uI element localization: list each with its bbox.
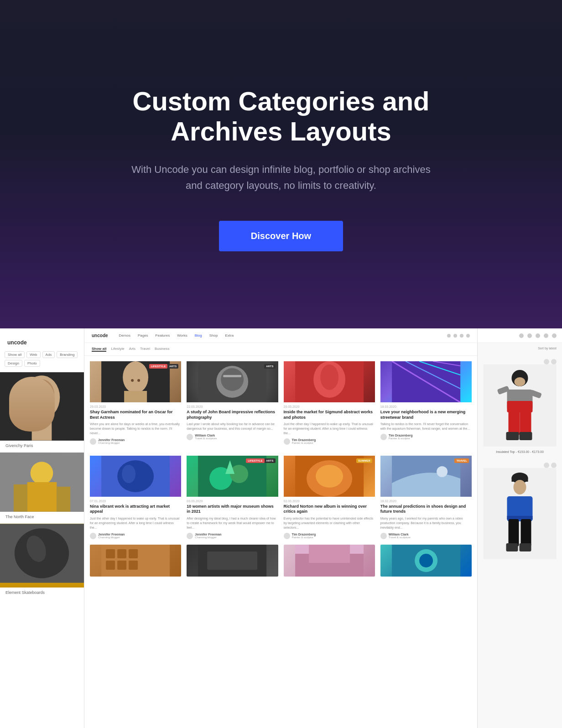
fashion-image-2 bbox=[0, 452, 84, 512]
hero-subtitle: With Uncode you can design infinite blog… bbox=[126, 161, 436, 193]
cat-lifestyle[interactable]: Lifestyle bbox=[111, 347, 124, 352]
wishlist-icon-2[interactable] bbox=[544, 463, 549, 468]
author-avatar-8 bbox=[380, 533, 387, 539]
card-8-title: The annual predictions in shoes design a… bbox=[380, 504, 472, 515]
shop-item-2 bbox=[478, 457, 562, 565]
blog-card-1: ARTS LIFESTYLE 29.03.2020 Shay Garnham n… bbox=[90, 361, 181, 445]
bottom-img-4 bbox=[380, 545, 472, 577]
blog-card-img-2: ARTS bbox=[187, 361, 278, 402]
nav-blog[interactable]: Blog bbox=[195, 333, 202, 338]
svg-point-23 bbox=[320, 364, 338, 390]
left-item-caption-3: Element Skateboards bbox=[0, 588, 84, 599]
cat-business[interactable]: Business bbox=[155, 347, 169, 352]
svg-point-38 bbox=[316, 465, 343, 488]
svg-point-15 bbox=[131, 379, 134, 382]
wishlist-icon-1[interactable] bbox=[544, 359, 549, 364]
blog-card-img-5 bbox=[90, 456, 181, 497]
card-2-excerpt: Last year I wrote about why booking too … bbox=[187, 422, 278, 431]
blog-card-5: 07.01.2020 Nina vibrant work is attracti… bbox=[90, 456, 181, 539]
sort-label[interactable]: Sort by latest bbox=[538, 347, 557, 350]
quickview-icon-1[interactable] bbox=[551, 359, 557, 364]
svg-rect-42 bbox=[106, 549, 115, 558]
card-8-date: 18.02.2020 bbox=[380, 499, 472, 503]
card-7-title: Richard Norton new album is winning over… bbox=[284, 504, 375, 515]
blog-card-4: 18.03.2020 Love your neighborhood is a n… bbox=[380, 361, 472, 445]
author-role-5: Charming blogger bbox=[98, 536, 125, 539]
social-icon-1 bbox=[447, 334, 451, 338]
svg-rect-75 bbox=[506, 543, 518, 551]
social-icon-2 bbox=[453, 334, 457, 338]
author-name-1: Jennifer Freeman bbox=[98, 438, 125, 442]
author-avatar-5 bbox=[90, 533, 96, 539]
filter-design[interactable]: Design bbox=[5, 360, 22, 367]
search-icon[interactable] bbox=[519, 333, 524, 338]
right-panel-shop: Sort by latest bbox=[478, 328, 562, 728]
quickview-icon-2[interactable] bbox=[551, 463, 557, 468]
shop-item-1-price: Insulated Top - €153.00 - €173.00 bbox=[483, 450, 557, 453]
blog-nav-icons bbox=[447, 334, 470, 338]
filter-web[interactable]: Web bbox=[26, 351, 40, 358]
nav-extra[interactable]: Extra bbox=[225, 333, 234, 338]
left-item-caption-1: Givenchy Paris bbox=[0, 441, 84, 452]
card-4-excerpt: Talking to randos is the norm. I'll neve… bbox=[380, 422, 472, 431]
author-avatar-3 bbox=[284, 438, 290, 445]
shop-item-actions-2 bbox=[483, 463, 557, 468]
nav-demos[interactable]: Demos bbox=[119, 333, 130, 338]
card-2-date: 22.03.2020 bbox=[187, 405, 278, 408]
nav-shop[interactable]: Shop bbox=[209, 333, 218, 338]
bottom-img-1 bbox=[90, 545, 181, 577]
svg-rect-45 bbox=[106, 561, 115, 570]
filter-photo[interactable]: Photo bbox=[24, 360, 40, 367]
svg-rect-64 bbox=[520, 410, 531, 435]
author-role-6: Charming blogger bbox=[195, 536, 221, 539]
card-6-excerpt: After designing my ideal blog, I had a m… bbox=[187, 516, 278, 530]
author-avatar-6 bbox=[187, 533, 193, 539]
svg-rect-72 bbox=[507, 516, 533, 520]
card-3-date: 20.03.2020 bbox=[284, 405, 375, 408]
blog-nav-logo: uncode bbox=[92, 333, 108, 338]
bottom-img-2 bbox=[187, 545, 278, 577]
nav-features[interactable]: Features bbox=[156, 333, 170, 338]
fashion-image-3 bbox=[0, 524, 84, 588]
card-5-date: 07.01.2020 bbox=[90, 499, 181, 503]
svg-point-55 bbox=[419, 554, 433, 567]
tag-arts-2: ARTS bbox=[264, 364, 275, 369]
card-2-author: William Clark Travel & sculpture bbox=[187, 434, 278, 440]
svg-point-2 bbox=[29, 379, 55, 411]
author-avatar-1 bbox=[90, 438, 96, 445]
filter-ads[interactable]: Ads bbox=[42, 351, 55, 358]
svg-rect-44 bbox=[129, 549, 138, 558]
card-1-excerpt: When you are alone for days or weeks at … bbox=[90, 422, 181, 435]
card-3-excerpt: Just the other day I happened to wake up… bbox=[284, 422, 375, 435]
tag-summer-7: SUMMER bbox=[356, 458, 372, 463]
menu-icon[interactable] bbox=[552, 333, 557, 338]
cat-show-all[interactable]: Show all bbox=[92, 347, 106, 352]
center-panel-blog: uncode Demos Pages Features Works Blog S… bbox=[84, 328, 478, 728]
nav-works[interactable]: Works bbox=[177, 333, 187, 338]
svg-rect-47 bbox=[129, 561, 138, 570]
author-role-1: Charming blogger bbox=[98, 442, 125, 444]
card-6-date: 03.03.2020 bbox=[187, 499, 278, 503]
shop-sort-bar: Sort by latest bbox=[478, 343, 562, 354]
blog-card-2: ARTS 22.03.2020 A study of John Board im… bbox=[187, 361, 278, 445]
cat-arts[interactable]: Arts bbox=[129, 347, 135, 352]
cart-icon[interactable] bbox=[544, 333, 548, 338]
shop-nav bbox=[478, 328, 562, 343]
wishlist-icon[interactable] bbox=[536, 333, 540, 338]
tag-arts-1: ARTS bbox=[167, 364, 178, 369]
filter-branding[interactable]: Branding bbox=[57, 351, 78, 358]
account-icon[interactable] bbox=[527, 333, 532, 338]
social-icon-3 bbox=[460, 334, 463, 338]
author-name-8: William Clark bbox=[389, 533, 411, 536]
cat-travel[interactable]: Travel bbox=[140, 347, 150, 352]
svg-rect-20 bbox=[223, 375, 241, 377]
filter-show-all[interactable]: Show all bbox=[5, 351, 25, 358]
screenshots-section: uncode Show all Web Ads Branding Design … bbox=[0, 328, 562, 728]
card-4-title: Love your neighborhood is a new emerging… bbox=[380, 410, 472, 420]
svg-rect-52 bbox=[309, 545, 350, 563]
author-role-7: Painter & sculptor bbox=[292, 536, 316, 539]
left-item-2: The North Face bbox=[0, 452, 84, 524]
discover-how-button[interactable]: Discover How bbox=[219, 221, 343, 251]
nav-pages[interactable]: Pages bbox=[138, 333, 148, 338]
svg-point-40 bbox=[437, 466, 448, 477]
